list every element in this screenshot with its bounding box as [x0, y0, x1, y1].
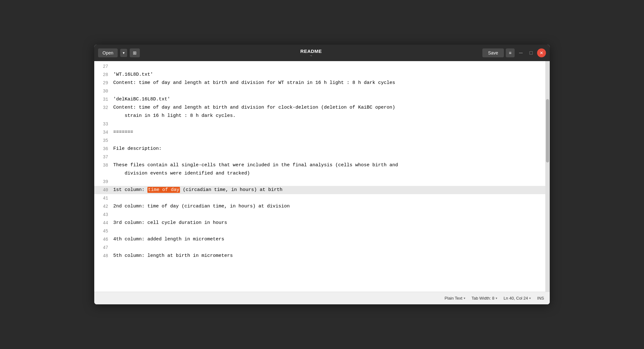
new-tab-icon: ⊞	[133, 50, 137, 55]
statusbar: Plain Text ▾ Tab Width: 8 ▾ Ln 40, Col 2…	[94, 292, 550, 304]
line-number: 41	[97, 195, 108, 202]
line-text: 3rd column: cell cycle duration in hours	[113, 219, 227, 227]
close-button[interactable]: ✕	[537, 48, 546, 57]
window-subtitle: ~	[142, 54, 480, 58]
line-text: Content: time of day and length at birth…	[113, 79, 395, 87]
editor-line: 31'delKaiBC.16L8D.txt'	[94, 95, 545, 104]
editor-line: 485th column: length at birth in microme…	[94, 252, 545, 260]
line-text: 4th column: added length in micrometers	[113, 236, 224, 243]
editor-line: 34=======	[94, 128, 545, 136]
editor-line: 443rd column: cell cycle duration in hou…	[94, 219, 545, 227]
editor-line: 33	[94, 120, 545, 128]
editor-line: 45	[94, 227, 545, 235]
plain-text-chevron: ▾	[464, 296, 465, 300]
line-text: strain in 16 h light : 8 h dark cycles.	[113, 112, 236, 120]
position-selector[interactable]: Ln 40, Col 24 ▾	[504, 296, 531, 301]
line-number: 48	[97, 252, 108, 259]
line-text: 'delKaiBC.16L8D.txt'	[113, 96, 170, 103]
save-button[interactable]: Save	[482, 48, 504, 57]
open-arrow-icon: ▾	[123, 51, 125, 55]
app-window: Open ▾ ⊞ README ~ Save ≡ ─ □ ✕	[94, 45, 550, 304]
line-number: 28	[97, 71, 108, 78]
line-number: 34	[97, 129, 108, 136]
line-number: 42	[97, 203, 108, 210]
line-text: File description:	[113, 145, 162, 153]
maximize-button[interactable]: □	[527, 49, 535, 57]
line-number: 46	[97, 236, 108, 243]
line-text: 1st column: time of day (circadian time,…	[113, 186, 282, 194]
menu-icon: ≡	[509, 50, 511, 55]
line-text: 2nd column: time of day (circadian time,…	[113, 203, 290, 210]
open-label: Open	[102, 50, 113, 55]
editor-area: 2728'WT.16L8D.txt'29Content: time of day…	[94, 61, 550, 292]
titlebar: Open ▾ ⊞ README ~ Save ≡ ─ □ ✕	[94, 45, 550, 61]
editor-line: 27	[94, 62, 545, 71]
editor-content[interactable]: 2728'WT.16L8D.txt'29Content: time of day…	[94, 61, 545, 292]
line-number: 40	[97, 187, 108, 194]
line-number: 37	[97, 154, 108, 161]
line-number: 27	[97, 63, 108, 70]
line-number: 29	[97, 79, 108, 86]
line-number: 36	[97, 145, 108, 152]
line-text: 'WT.16L8D.txt'	[113, 71, 153, 79]
open-button[interactable]: Open	[98, 48, 118, 57]
editor-line: 36File description:	[94, 145, 545, 153]
line-number: 43	[97, 211, 108, 218]
editor-line: 464th column: added length in micrometer…	[94, 235, 545, 244]
plain-text-label: Plain Text	[445, 296, 462, 301]
window-controls: Save ≡ ─ □ ✕	[482, 48, 546, 57]
line-text: division events were identified and trac…	[113, 170, 250, 177]
line-number: 38	[97, 162, 108, 169]
ins-label: INS	[537, 296, 544, 301]
editor-line: 401st column: time of day (circadian tim…	[94, 186, 545, 194]
editor-line: strain in 16 h light : 8 h dark cycles.	[94, 112, 545, 120]
scrollbar-thumb	[546, 99, 549, 162]
highlighted-text: time of day	[147, 187, 180, 193]
minimize-icon: ─	[519, 50, 523, 55]
editor-line: 38These files contain all single-cells t…	[94, 161, 545, 169]
line-text: These files contain all single-cells tha…	[113, 162, 398, 169]
line-number: 33	[97, 121, 108, 128]
line-number: 30	[97, 88, 108, 95]
open-arrow-button[interactable]: ▾	[120, 49, 127, 57]
close-icon: ✕	[540, 50, 543, 55]
editor-line: 32Content: time of day and length at bir…	[94, 104, 545, 112]
menu-button[interactable]: ≡	[506, 48, 515, 57]
editor-line: 29Content: time of day and length at bir…	[94, 79, 545, 87]
maximize-icon: □	[529, 50, 533, 55]
position-chevron: ▾	[529, 296, 531, 300]
editor-line: 47	[94, 244, 545, 252]
plain-text-selector[interactable]: Plain Text ▾	[445, 296, 465, 301]
editor-line: 43	[94, 211, 545, 219]
line-number: 35	[97, 137, 108, 144]
line-number: 32	[97, 104, 108, 111]
editor-line: division events were identified and trac…	[94, 169, 545, 178]
tab-width-chevron: ▾	[496, 296, 497, 300]
line-text: 5th column: length at birth in micromete…	[113, 252, 233, 260]
window-title: README	[142, 48, 480, 54]
editor-line: 39	[94, 178, 545, 186]
line-number: 39	[97, 178, 108, 185]
line-text: Content: time of day and length at birth…	[113, 104, 395, 111]
title-area: README ~	[142, 48, 480, 58]
editor-line: 37	[94, 153, 545, 161]
position-label: Ln 40, Col 24	[504, 296, 528, 301]
tab-width-label: Tab Width: 8	[472, 296, 494, 301]
line-number: 31	[97, 96, 108, 103]
editor-line: 422nd column: time of day (circadian tim…	[94, 202, 545, 211]
editor-line: 30	[94, 87, 545, 95]
minimize-button[interactable]: ─	[517, 49, 525, 57]
line-text: =======	[113, 129, 133, 136]
editor-line: 28'WT.16L8D.txt'	[94, 71, 545, 79]
new-tab-button[interactable]: ⊞	[130, 48, 140, 57]
scrollbar[interactable]	[545, 61, 550, 292]
line-number: 44	[97, 219, 108, 226]
tab-width-selector[interactable]: Tab Width: 8 ▾	[472, 296, 497, 301]
line-number: 47	[97, 244, 108, 251]
ins-indicator: INS	[537, 296, 544, 301]
editor-line: 41	[94, 194, 545, 202]
editor-line: 35	[94, 136, 545, 145]
line-number: 45	[97, 228, 108, 235]
